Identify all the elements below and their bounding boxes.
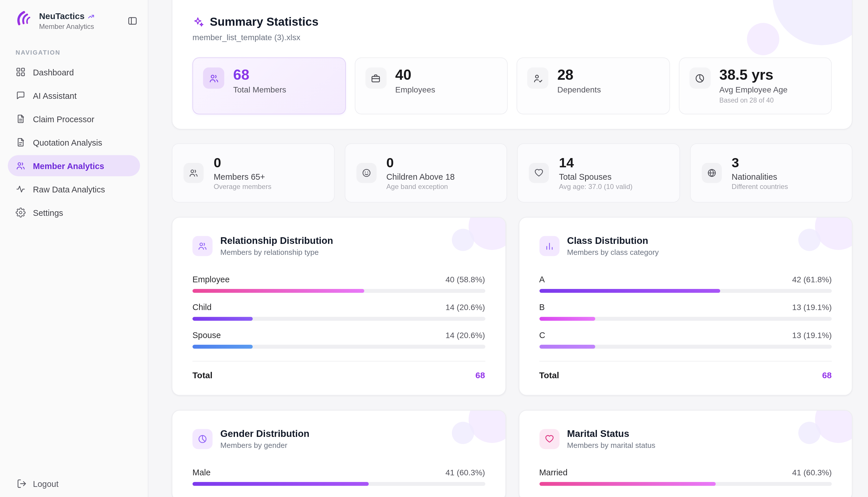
stat-label: Employees <box>395 86 435 95</box>
stat-value: 28 <box>557 68 601 83</box>
pie-chart-icon <box>689 68 710 89</box>
marital-status-card: Marital Status Members by marital status… <box>518 410 852 497</box>
stat-note: Based on 28 of 40 <box>720 97 788 104</box>
chart-title: Class Distribution <box>567 236 658 247</box>
chart-row-class-c: C 13 (19.1%) <box>539 330 832 349</box>
people-icon <box>193 236 213 256</box>
chart-row-class-b: B 13 (19.1%) <box>539 302 832 321</box>
relationship-distribution-card: Relationship Distribution Members by rel… <box>172 217 506 396</box>
stat-card-nationalities: 3 Nationalities Different countries <box>690 144 852 203</box>
gender-distribution-card: Gender Distribution Members by gender Ma… <box>172 410 506 497</box>
smiley-icon <box>356 163 376 183</box>
grid-icon <box>16 67 26 77</box>
sidebar-item-raw-data-analytics[interactable]: Raw Data Analytics <box>8 179 140 200</box>
sparkles-icon <box>193 16 204 28</box>
stat-label: Members 65+ <box>214 172 271 181</box>
stat-label: Nationalities <box>731 172 788 181</box>
bar-fill <box>539 345 595 349</box>
sidebar-item-label: AI Assistant <box>33 91 76 100</box>
gear-icon <box>16 208 26 217</box>
stat-label: Avg Employee Age <box>720 86 788 95</box>
sidebar-item-claim-processor[interactable]: Claim Processor <box>8 108 140 129</box>
category-value: 13 (19.1%) <box>792 303 832 312</box>
stat-card-dependents[interactable]: 28 Dependents <box>517 57 670 114</box>
sidebar-collapse-button[interactable] <box>125 13 140 28</box>
total-label: Total <box>539 370 559 381</box>
category-label: Spouse <box>193 330 221 340</box>
trend-icon <box>87 12 95 20</box>
category-value: 14 (20.6%) <box>445 331 485 340</box>
chart-row-class-a: A 42 (61.8%) <box>539 274 832 293</box>
stat-note: Different countries <box>731 183 788 191</box>
sidebar-item-label: Claim Processor <box>33 114 94 124</box>
total-value: 68 <box>822 370 831 381</box>
stat-value: 0 <box>214 155 271 170</box>
stat-note: Overage members <box>214 183 271 191</box>
sidebar: NeuTactics Member Analytics NAVIGATION D… <box>0 0 148 497</box>
sidebar-item-member-analytics[interactable]: Member Analytics <box>8 155 140 176</box>
brand-name: NeuTactics <box>39 11 84 22</box>
sidebar-item-label: Quotation Analysis <box>33 138 102 147</box>
stat-value: 14 <box>559 155 632 170</box>
document-icon <box>16 137 26 147</box>
people-icon <box>16 161 26 171</box>
category-value: 41 (60.3%) <box>445 468 485 477</box>
person-check-icon <box>527 68 548 89</box>
members-icon <box>203 68 224 89</box>
chart-row-spouse: Spouse 14 (20.6%) <box>193 330 485 349</box>
bar-fill <box>539 482 716 486</box>
app: NeuTactics Member Analytics NAVIGATION D… <box>0 0 868 497</box>
globe-icon <box>701 163 722 183</box>
chart-row-child: Child 14 (20.6%) <box>193 302 485 321</box>
category-label: B <box>539 302 545 312</box>
source-filename: member_list_template (3).xlsx <box>193 33 831 42</box>
sidebar-item-dashboard[interactable]: Dashboard <box>8 61 140 82</box>
logout-button[interactable]: Logout <box>17 479 59 488</box>
sidebar-item-settings[interactable]: Settings <box>8 202 140 223</box>
stat-label: Total Spouses <box>559 172 632 181</box>
stat-card-total-members[interactable]: 68 Total Members <box>193 57 345 114</box>
briefcase-icon <box>365 68 386 89</box>
stat-value: 68 <box>233 68 286 83</box>
sidebar-item-quotation-analysis[interactable]: Quotation Analysis <box>8 132 140 153</box>
total-value: 68 <box>475 370 485 381</box>
stat-label: Total Members <box>233 86 286 95</box>
stat-card-employees[interactable]: 40 Employees <box>355 57 508 114</box>
stat-value: 3 <box>731 155 788 170</box>
sidebar-item-label: Raw Data Analytics <box>33 184 105 194</box>
chart-title: Gender Distribution <box>220 428 310 440</box>
stat-card-avg-employee-age[interactable]: 38.5 yrs Avg Employee Age Based on 28 of… <box>679 57 832 114</box>
charts-row-2: Gender Distribution Members by gender Ma… <box>172 410 852 497</box>
chart-subtitle: Members by gender <box>220 441 310 450</box>
bar-fill <box>539 289 720 293</box>
heart-icon <box>539 429 559 449</box>
chart-subtitle: Members by marital status <box>567 441 655 450</box>
chart-row-male: Male 41 (60.3%) <box>193 468 485 486</box>
sidebar-nav: Dashboard AI Assistant Claim Processor Q… <box>0 61 148 223</box>
chart-total-row: Total 68 <box>193 361 485 381</box>
bar-track <box>539 345 832 349</box>
stat-value: 40 <box>395 68 435 83</box>
chart-title: Relationship Distribution <box>220 236 333 247</box>
category-value: 40 (58.8%) <box>445 275 485 284</box>
chart-total-row: Total 68 <box>539 361 832 381</box>
sidebar-item-ai-assistant[interactable]: AI Assistant <box>8 85 140 106</box>
chart-row-married: Married 41 (60.3%) <box>539 468 832 486</box>
bar-track <box>539 289 832 293</box>
stat-value: 0 <box>386 155 455 170</box>
bar-track <box>193 317 485 321</box>
category-label: Married <box>539 468 568 477</box>
chart-title: Marital Status <box>567 428 655 440</box>
document-icon <box>16 114 26 124</box>
chart-subtitle: Members by relationship type <box>220 248 333 257</box>
sidebar-item-label: Settings <box>33 208 63 217</box>
stat-note: Avg age: 37.0 (10 valid) <box>559 183 632 191</box>
stat-label: Children Above 18 <box>386 172 455 181</box>
class-distribution-card: Class Distribution Members by class cate… <box>518 217 852 396</box>
pie-chart-icon <box>193 429 213 449</box>
bar-track <box>193 289 485 293</box>
sidebar-item-label: Dashboard <box>33 67 74 77</box>
page-title: Summary Statistics <box>210 15 318 28</box>
stat-card-total-spouses: 14 Total Spouses Avg age: 37.0 (10 valid… <box>517 144 680 203</box>
category-value: 41 (60.3%) <box>792 468 832 477</box>
